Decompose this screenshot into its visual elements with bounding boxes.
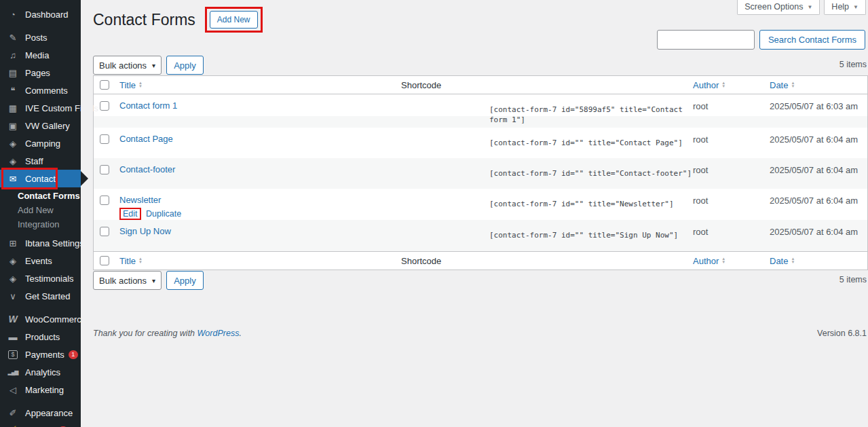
sort-by-date[interactable]: Date ▲▼: [770, 256, 795, 266]
form-title-link[interactable]: Sign Up Now: [119, 226, 171, 236]
date-cell: 2025/05/07 at 6:04 am: [770, 128, 867, 158]
table-row: Newsletter Edit Duplicate [contact-form-…: [94, 189, 867, 220]
date-cell: 2025/05/07 at 6:04 am: [770, 189, 867, 220]
pushpin-icon: ✎: [7, 33, 19, 43]
sidebar-item-products[interactable]: ▬ Products: [0, 328, 81, 346]
search-contact-forms-button[interactable]: Search Contact Forms: [759, 30, 865, 50]
bulk-actions-select[interactable]: Bulk actions ▾: [93, 271, 162, 290]
sort-arrows-icon: ▲▼: [791, 81, 795, 88]
sidebar-item-analytics[interactable]: ▂▄▆ Analytics: [0, 363, 81, 381]
payments-count-badge: 1: [69, 350, 78, 359]
row-checkbox[interactable]: [100, 165, 109, 174]
tag-icon: ◈: [7, 156, 19, 166]
row-checkbox[interactable]: [100, 196, 109, 205]
shortcode-value[interactable]: [contact-form-7 id="5899af5" title="Cont…: [489, 105, 683, 124]
sidebar-item-payments[interactable]: $ Payments 1: [0, 346, 81, 363]
table-row: Sign Up Now [contact-form-7 id="" title=…: [94, 220, 867, 251]
page-title: Contact Forms: [93, 11, 195, 29]
sort-arrows-icon: ▲▼: [138, 81, 143, 88]
select-all-checkbox[interactable]: [100, 256, 109, 265]
bulk-actions-label: Bulk actions: [99, 60, 147, 71]
date-cell: 2025/05/07 at 6:04 am: [770, 220, 867, 251]
chevron-down-icon: ▾: [152, 62, 155, 69]
title-column-header: Title: [119, 256, 136, 266]
current-menu-arrow: [81, 171, 88, 186]
help-label: Help: [831, 2, 849, 12]
sort-by-author[interactable]: Author ▲▼: [693, 80, 725, 90]
submenu-item-integration[interactable]: Integration: [0, 217, 81, 231]
sidebar-item-camping[interactable]: ◈ Camping: [0, 134, 81, 152]
sidebar-item-ibtana-settings[interactable]: ⊞ Ibtana Settings: [0, 234, 81, 252]
sidebar-item-label: Media: [25, 50, 49, 60]
tag-icon: ◈: [7, 138, 19, 149]
screen-options-button[interactable]: Screen Options ▼: [737, 0, 820, 15]
woocommerce-icon: W: [7, 314, 19, 324]
sidebar-item-vw-gallery[interactable]: ▣ VW Gallery: [0, 117, 81, 134]
select-all-checkbox[interactable]: [100, 80, 109, 90]
sidebar-item-get-started[interactable]: ∨ Get Started: [0, 287, 81, 305]
submenu-item-add-new[interactable]: Add New: [0, 203, 81, 217]
comment-icon: ❝: [7, 86, 19, 96]
apply-button[interactable]: Apply: [166, 56, 204, 75]
sidebar-item-contact[interactable]: ✉ Contact: [0, 170, 81, 187]
sidebar-item-posts[interactable]: ✎ Posts: [0, 29, 81, 46]
sidebar-item-label: Marketing: [25, 385, 64, 395]
form-title-link[interactable]: Contact Page: [119, 134, 173, 144]
bulk-actions-select[interactable]: Bulk actions ▾: [93, 56, 162, 75]
chevron-down-icon: ∨: [7, 291, 19, 301]
edit-link[interactable]: Edit: [123, 209, 138, 219]
sidebar-item-appearance[interactable]: ✐ Appearance: [0, 404, 81, 422]
sort-arrows-icon: ▲▼: [721, 257, 725, 264]
sidebar-item-events[interactable]: ◈ Events: [0, 252, 81, 270]
shortcode-value[interactable]: [contact-form-7 id="" title="Contact-foo…: [489, 169, 692, 178]
sidebar-item-pages[interactable]: ▤ Pages: [0, 64, 81, 81]
sort-by-author[interactable]: Author ▲▼: [693, 256, 725, 266]
form-title-link[interactable]: Contact-footer: [119, 164, 175, 174]
sidebar-item-dashboard[interactable]: ◔ Dashboard: [0, 5, 81, 23]
sidebar-item-comments[interactable]: ❝ Comments: [0, 81, 81, 99]
sidebar-item-testimonials[interactable]: ◈ Testimonials: [0, 270, 81, 287]
date-column-header: Date: [770, 256, 788, 266]
shortcode-value[interactable]: [contact-form-7 id="" title="Sign Up Now…: [489, 231, 678, 240]
table-header-row: Title ▲▼ Shortcode Author ▲▼ Date ▲▼: [94, 76, 867, 94]
add-new-button[interactable]: Add New: [210, 11, 258, 29]
sort-by-title[interactable]: Title ▲▼: [119, 256, 143, 266]
shortcode-value[interactable]: [contact-form-7 id="" title="Newsletter"…: [489, 200, 674, 208]
search-box: Search Contact Forms: [657, 30, 865, 50]
row-checkbox[interactable]: [100, 134, 109, 144]
sidebar-item-plugins[interactable]: ⚡ Plugins: [0, 422, 81, 427]
wordpress-link[interactable]: WordPress: [197, 329, 240, 338]
apply-button[interactable]: Apply: [166, 271, 204, 290]
sidebar-item-woocommerce[interactable]: W WooCommerce: [0, 310, 81, 328]
date-cell: 2025/05/07 at 6:04 am: [770, 158, 867, 189]
search-input[interactable]: [657, 30, 755, 50]
sort-arrows-icon: ▲▼: [721, 81, 725, 88]
sidebar-item-label: Appearance: [25, 408, 73, 418]
help-button[interactable]: Help ▼: [824, 0, 866, 15]
duplicate-link[interactable]: Duplicate: [146, 209, 181, 219]
page-heading: Contact Forms Add New: [93, 7, 263, 33]
shortcode-value[interactable]: [contact-form-7 id="" title="Contact Pag…: [489, 138, 683, 147]
tag-icon: ◈: [7, 256, 19, 266]
sidebar-item-label: Ibtana Settings: [25, 238, 84, 248]
sidebar-item-media[interactable]: ♫ Media: [0, 46, 81, 64]
sidebar-item-ive-custom-fields[interactable]: ▦ IVE Custom Fields: [0, 99, 81, 117]
tag-icon: ◈: [7, 274, 19, 284]
submenu-item-contact-forms[interactable]: Contact Forms: [0, 189, 81, 203]
sidebar-item-marketing[interactable]: ◁ Marketing: [0, 381, 81, 398]
screen-options-label: Screen Options: [744, 2, 803, 12]
sidebar-item-label: Camping: [25, 138, 60, 149]
sidebar-item-staff[interactable]: ◈ Staff: [0, 152, 81, 170]
form-title-link[interactable]: Contact form 1: [119, 100, 177, 111]
form-title-link[interactable]: Newsletter: [119, 195, 161, 205]
author-cell: root: [692, 128, 770, 158]
sort-by-title[interactable]: Title ▲▼: [119, 80, 143, 90]
tutorial-highlight-add-new: Add New: [205, 7, 263, 33]
row-checkbox[interactable]: [100, 227, 109, 236]
item-count: 5 items: [839, 60, 867, 69]
table-row: Contact form 1 [contact-form-7 id="5899a…: [94, 94, 867, 128]
sidebar-item-label: IVE Custom Fields: [25, 103, 98, 113]
sidebar-item-label: Posts: [25, 33, 48, 43]
sort-by-date[interactable]: Date ▲▼: [770, 80, 795, 90]
row-checkbox[interactable]: [100, 101, 109, 111]
